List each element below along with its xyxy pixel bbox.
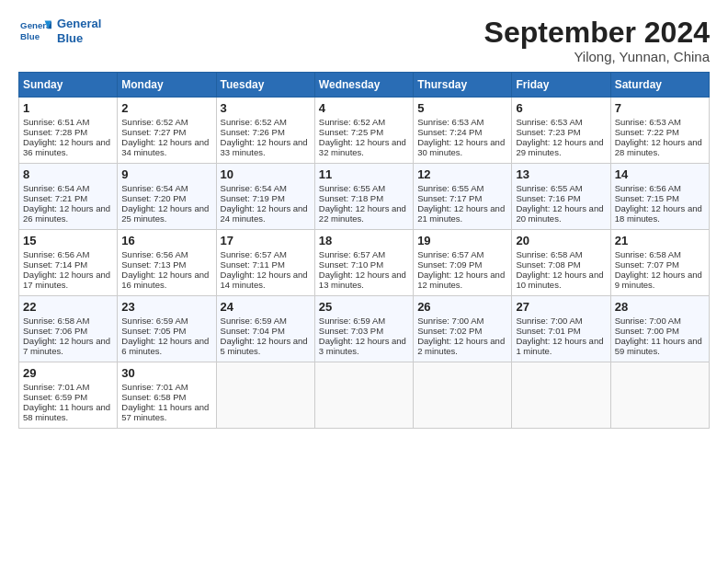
calendar-cell-1: 1Sunrise: 6:51 AMSunset: 7:28 PMDaylight… — [19, 98, 118, 164]
logo: General Blue General Blue — [18, 17, 101, 45]
logo-general: General — [57, 17, 101, 31]
calendar-cell-5: 5Sunrise: 6:53 AMSunset: 7:24 PMDaylight… — [414, 98, 512, 164]
calendar-cell-7: 7Sunrise: 6:53 AMSunset: 7:22 PMDaylight… — [610, 98, 709, 164]
calendar-week-5: 29Sunrise: 7:01 AMSunset: 6:59 PMDayligh… — [19, 362, 710, 429]
calendar-cell-14: 14Sunrise: 6:56 AMSunset: 7:15 PMDayligh… — [610, 164, 709, 230]
svg-text:Blue: Blue — [20, 30, 40, 40]
calendar-cell-2: 2Sunrise: 6:52 AMSunset: 7:27 PMDaylight… — [118, 98, 216, 164]
calendar-cell-empty — [610, 362, 709, 429]
calendar-cell-16: 16Sunrise: 6:56 AMSunset: 7:13 PMDayligh… — [118, 230, 216, 296]
calendar-week-2: 8Sunrise: 6:54 AMSunset: 7:21 PMDaylight… — [19, 164, 710, 230]
weekday-header-monday: Monday — [118, 73, 216, 98]
calendar-cell-3: 3Sunrise: 6:52 AMSunset: 7:26 PMDaylight… — [216, 98, 314, 164]
calendar-cell-empty — [314, 362, 413, 429]
calendar-cell-21: 21Sunrise: 6:58 AMSunset: 7:07 PMDayligh… — [610, 230, 709, 296]
weekday-header-saturday: Saturday — [610, 73, 709, 98]
calendar-cell-9: 9Sunrise: 6:54 AMSunset: 7:20 PMDaylight… — [118, 164, 216, 230]
calendar-week-4: 22Sunrise: 6:58 AMSunset: 7:06 PMDayligh… — [19, 296, 710, 362]
calendar-cell-24: 24Sunrise: 6:59 AMSunset: 7:04 PMDayligh… — [216, 296, 314, 362]
weekday-header-friday: Friday — [512, 73, 610, 98]
calendar-table: SundayMondayTuesdayWednesdayThursdayFrid… — [18, 72, 710, 429]
calendar-cell-11: 11Sunrise: 6:55 AMSunset: 7:18 PMDayligh… — [314, 164, 413, 230]
calendar-cell-22: 22Sunrise: 6:58 AMSunset: 7:06 PMDayligh… — [19, 296, 118, 362]
calendar-page: General Blue General Blue September 2024… — [0, 0, 728, 563]
calendar-cell-27: 27Sunrise: 7:00 AMSunset: 7:01 PMDayligh… — [512, 296, 610, 362]
calendar-cell-28: 28Sunrise: 7:00 AMSunset: 7:00 PMDayligh… — [610, 296, 709, 362]
calendar-cell-26: 26Sunrise: 7:00 AMSunset: 7:02 PMDayligh… — [414, 296, 512, 362]
calendar-cell-29: 29Sunrise: 7:01 AMSunset: 6:59 PMDayligh… — [19, 362, 118, 429]
weekday-header-wednesday: Wednesday — [314, 73, 413, 98]
calendar-cell-15: 15Sunrise: 6:56 AMSunset: 7:14 PMDayligh… — [19, 230, 118, 296]
title-block: September 2024 Yilong, Yunnan, China — [484, 17, 710, 64]
calendar-cell-30: 30Sunrise: 7:01 AMSunset: 6:58 PMDayligh… — [118, 362, 216, 429]
calendar-cell-empty — [216, 362, 314, 429]
header: General Blue General Blue September 2024… — [18, 17, 710, 64]
calendar-cell-4: 4Sunrise: 6:52 AMSunset: 7:25 PMDaylight… — [314, 98, 413, 164]
calendar-week-1: 1Sunrise: 6:51 AMSunset: 7:28 PMDaylight… — [19, 98, 710, 164]
logo-icon: General Blue — [18, 17, 51, 45]
calendar-cell-8: 8Sunrise: 6:54 AMSunset: 7:21 PMDaylight… — [19, 164, 118, 230]
calendar-cell-23: 23Sunrise: 6:59 AMSunset: 7:05 PMDayligh… — [118, 296, 216, 362]
location-title: Yilong, Yunnan, China — [484, 49, 710, 64]
calendar-cell-17: 17Sunrise: 6:57 AMSunset: 7:11 PMDayligh… — [216, 230, 314, 296]
weekday-header-sunday: Sunday — [19, 73, 118, 98]
calendar-cell-18: 18Sunrise: 6:57 AMSunset: 7:10 PMDayligh… — [314, 230, 413, 296]
calendar-cell-12: 12Sunrise: 6:55 AMSunset: 7:17 PMDayligh… — [414, 164, 512, 230]
calendar-cell-empty — [512, 362, 610, 429]
calendar-cell-10: 10Sunrise: 6:54 AMSunset: 7:19 PMDayligh… — [216, 164, 314, 230]
calendar-week-3: 15Sunrise: 6:56 AMSunset: 7:14 PMDayligh… — [19, 230, 710, 296]
logo-blue: Blue — [57, 31, 101, 46]
weekday-header-tuesday: Tuesday — [216, 73, 314, 98]
calendar-cell-empty — [414, 362, 512, 429]
calendar-cell-19: 19Sunrise: 6:57 AMSunset: 7:09 PMDayligh… — [414, 230, 512, 296]
weekday-header-thursday: Thursday — [414, 73, 512, 98]
calendar-cell-6: 6Sunrise: 6:53 AMSunset: 7:23 PMDaylight… — [512, 98, 610, 164]
weekday-header-row: SundayMondayTuesdayWednesdayThursdayFrid… — [19, 73, 710, 98]
calendar-cell-25: 25Sunrise: 6:59 AMSunset: 7:03 PMDayligh… — [314, 296, 413, 362]
calendar-cell-13: 13Sunrise: 6:55 AMSunset: 7:16 PMDayligh… — [512, 164, 610, 230]
calendar-cell-20: 20Sunrise: 6:58 AMSunset: 7:08 PMDayligh… — [512, 230, 610, 296]
month-title: September 2024 — [484, 17, 710, 49]
